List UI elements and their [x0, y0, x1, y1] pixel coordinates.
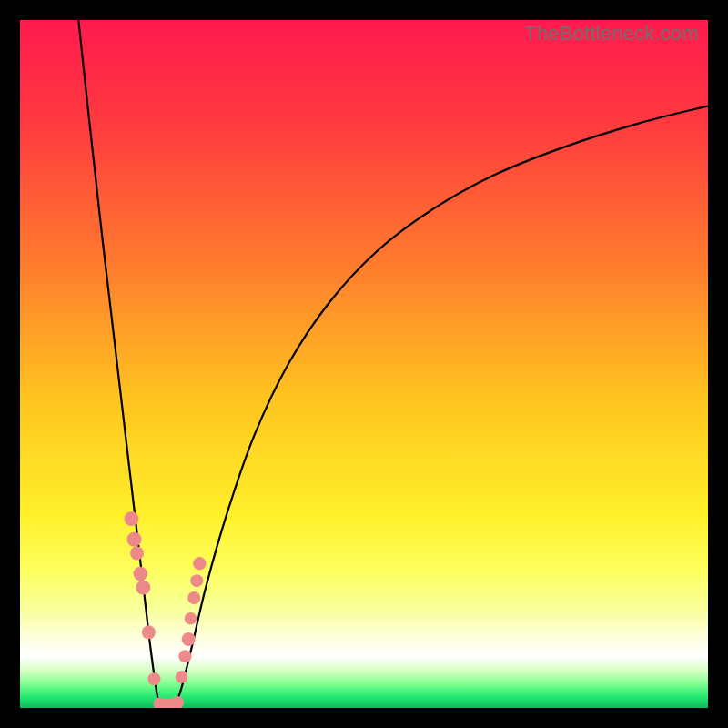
- plot-area: TheBottleneck.com: [20, 20, 708, 708]
- curve-left-branch: [78, 20, 161, 706]
- marker-dot: [176, 671, 188, 683]
- marker-group: [124, 511, 206, 708]
- marker-dot: [190, 574, 203, 587]
- marker-dot: [130, 546, 144, 560]
- marker-dot: [127, 532, 142, 547]
- marker-dot: [193, 557, 206, 570]
- curve-right-branch: [175, 106, 708, 706]
- marker-dot: [147, 672, 160, 685]
- marker-dot: [178, 650, 191, 662]
- marker-dot: [142, 625, 156, 639]
- marker-dot: [171, 696, 184, 708]
- curve-layer: [20, 20, 708, 708]
- chart-frame: TheBottleneck.com: [0, 0, 728, 728]
- marker-dot: [124, 511, 138, 526]
- marker-dot: [136, 581, 150, 595]
- marker-dot: [185, 612, 197, 625]
- marker-dot: [182, 632, 196, 646]
- marker-dot: [187, 592, 200, 604]
- marker-dot: [134, 567, 148, 581]
